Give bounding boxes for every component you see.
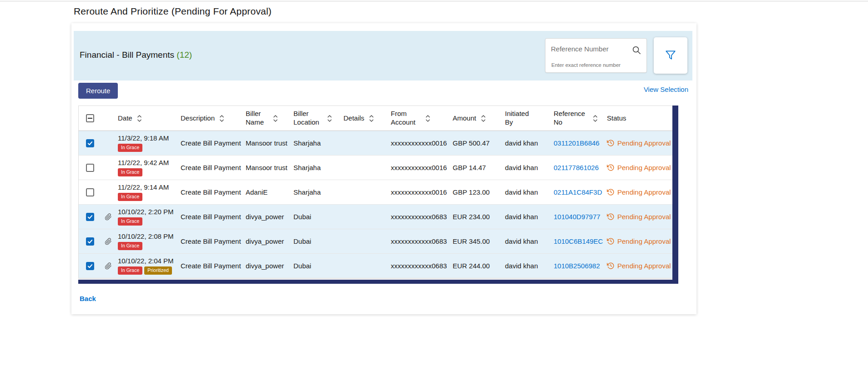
badge-list: In GracePrioritized (118, 266, 178, 275)
sort-icon[interactable] (327, 115, 332, 122)
column-header-details[interactable]: Details (341, 114, 388, 123)
row-date: 11/2/22, 9:14 AM (118, 183, 178, 191)
sort-icon[interactable] (369, 115, 374, 122)
column-label: Reference No (554, 110, 588, 127)
panel-title: Financial - Bill Payments (12) (80, 50, 192, 60)
row-from-account: xxxxxxxxxxxx0683 (388, 262, 450, 270)
row-checkbox[interactable] (86, 188, 94, 196)
row-attachment-cell (101, 262, 115, 270)
row-checkbox[interactable] (86, 237, 94, 246)
page-top-divider (0, 1, 868, 1)
row-initiated-by: david khan (502, 213, 551, 221)
row-biller-location: Dubai (291, 237, 341, 245)
summary-panel: Financial - Bill Payments (12) Enter exa… (74, 31, 692, 80)
row-date-cell: 11/3/22, 9:18 AM In Grace (115, 134, 178, 152)
sort-icon[interactable] (425, 115, 430, 122)
row-initiated-by: david khan (502, 139, 551, 147)
row-reference-cell: 0211A1C84F3D (551, 188, 604, 196)
reference-no-link[interactable]: 0311201B6846 (554, 139, 600, 147)
table-row: 10/10/22, 2:08 PM In Grace Create Bill P… (79, 229, 672, 254)
row-initiated-by: david khan (502, 188, 551, 196)
sort-icon[interactable] (593, 115, 598, 122)
filter-icon (665, 49, 676, 62)
reference-no-link[interactable]: 0211A1C84F3D (554, 188, 602, 196)
row-date-cell: 11/2/22, 9:42 AM In Grace (115, 159, 178, 176)
row-description: Create Bill Payment (178, 188, 243, 196)
table-row: 11/2/22, 9:42 AM In Grace Create Bill Pa… (79, 156, 672, 180)
sort-icon[interactable] (273, 115, 278, 122)
table-row: 11/2/22, 9:14 AM In Grace Create Bill Pa… (79, 180, 672, 205)
row-checkbox-cell (79, 262, 101, 270)
row-amount: EUR 234.00 (450, 213, 502, 221)
sort-icon[interactable] (219, 115, 224, 122)
table-row: 10/10/22, 2:20 PM In Grace Create Bill P… (79, 205, 672, 229)
reference-no-link[interactable]: 021177861026 (554, 164, 599, 171)
column-label: Initiated By (505, 110, 534, 127)
row-attachment-cell (101, 238, 115, 245)
row-date-cell: 10/10/22, 2:20 PM In Grace (115, 208, 178, 226)
row-reference-cell: 1010C6B149EC (551, 237, 604, 245)
row-status-cell: Pending Approval (604, 188, 672, 196)
badge-in-grace: In Grace (118, 144, 142, 152)
badge-list: In Grace (118, 144, 178, 152)
column-header-biller-name[interactable]: Biller Name (243, 110, 291, 127)
row-biller-name: divya_power (243, 237, 291, 245)
badge-in-grace: In Grace (118, 242, 142, 250)
row-checkbox[interactable] (86, 262, 94, 270)
reference-no-link[interactable]: 1010B2506982 (554, 262, 600, 270)
row-status-cell: Pending Approval (604, 213, 672, 221)
row-date-cell: 10/10/22, 2:08 PM In Grace (115, 232, 178, 250)
sort-icon[interactable] (481, 115, 486, 122)
row-description: Create Bill Payment (178, 262, 243, 270)
page-title: Reroute And Prioritize (Pending For Appr… (74, 6, 272, 17)
column-header-biller-location[interactable]: Biller Location (291, 110, 341, 127)
row-biller-name: divya_power (243, 262, 291, 270)
search-icon (631, 45, 641, 56)
paperclip-icon (105, 262, 112, 270)
badge-list: In Grace (118, 217, 178, 226)
column-header-reference-no[interactable]: Reference No (551, 110, 604, 127)
column-header-from-account[interactable]: From Account (388, 110, 450, 127)
column-header-date[interactable]: Date (115, 114, 178, 123)
row-checkbox-cell (79, 164, 101, 172)
table-row: 11/3/22, 9:18 AM In Grace Create Bill Pa… (79, 131, 672, 156)
row-checkbox-cell (79, 237, 101, 246)
column-header-amount[interactable]: Amount (450, 114, 502, 123)
search-helper-text: Enter exact reference number (551, 62, 621, 68)
row-initiated-by: david khan (502, 262, 551, 270)
sort-icon[interactable] (137, 115, 142, 122)
reference-no-link[interactable]: 1010C6B149EC (554, 237, 603, 245)
search-button[interactable] (630, 44, 643, 57)
select-all-checkbox[interactable] (86, 114, 94, 122)
row-checkbox[interactable] (86, 164, 94, 172)
row-status-cell: Pending Approval (604, 237, 672, 245)
row-checkbox[interactable] (86, 139, 94, 147)
column-label: Biller Location (293, 110, 323, 127)
row-from-account: xxxxxxxxxxxx0016 (388, 188, 450, 196)
status-label: Pending Approval (617, 164, 671, 171)
row-checkbox[interactable] (86, 213, 94, 221)
paperclip-icon (105, 238, 112, 245)
filter-button[interactable] (654, 37, 687, 74)
reroute-button[interactable]: Reroute (78, 83, 118, 99)
view-selection-link[interactable]: View Selection (644, 85, 688, 93)
back-link[interactable]: Back (80, 295, 96, 302)
row-from-account: xxxxxxxxxxxx0016 (388, 164, 450, 171)
row-amount: EUR 345.00 (450, 237, 502, 245)
row-status-cell: Pending Approval (604, 164, 672, 171)
status-label: Pending Approval (617, 139, 671, 147)
row-biller-location: Dubai (291, 262, 341, 270)
row-initiated-by: david khan (502, 164, 551, 171)
table-horizontal-scrollbar[interactable] (78, 279, 672, 284)
table-vertical-scrollbar[interactable] (672, 106, 678, 284)
reference-no-link[interactable]: 101040D97977 (554, 213, 601, 221)
column-header-description[interactable]: Description (178, 114, 243, 123)
badge-list: In Grace (118, 242, 178, 250)
reference-number-input[interactable] (551, 45, 623, 53)
table-content: Date Description Biller Name Biller Loca… (78, 106, 672, 279)
row-status-cell: Pending Approval (604, 262, 672, 270)
status-label: Pending Approval (617, 188, 671, 196)
row-initiated-by: david khan (502, 237, 551, 245)
row-biller-name: divya_power (243, 213, 291, 221)
row-description: Create Bill Payment (178, 139, 243, 147)
